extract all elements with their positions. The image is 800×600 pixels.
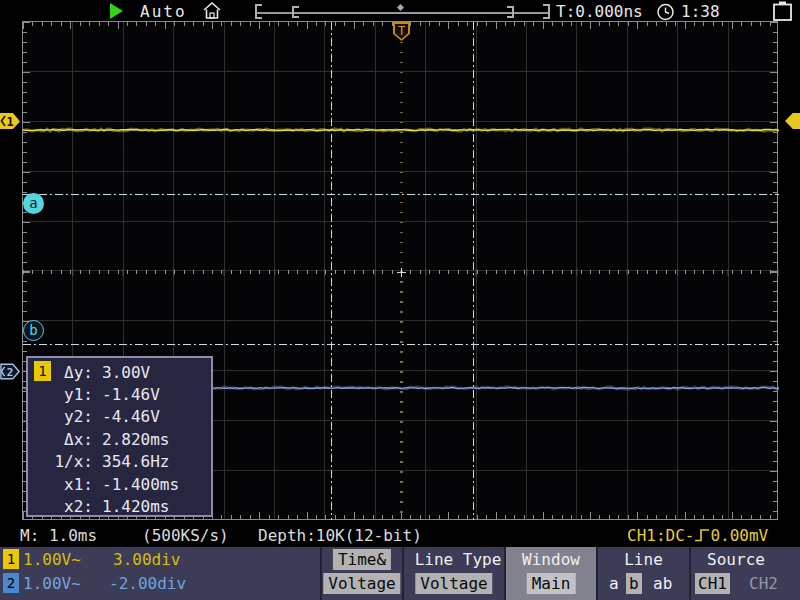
cursor-mode-voltage-button[interactable]: Voltage	[323, 573, 400, 594]
source-option-ch2[interactable]: CH2	[746, 573, 781, 594]
rising-edge-icon	[694, 527, 710, 543]
ch1-badge: 1	[3, 549, 19, 569]
ch2-position: -2.00div	[109, 574, 186, 593]
line-option-ab[interactable]: ab	[650, 573, 675, 594]
timebase-readout: M: 1.0ms	[20, 526, 97, 545]
clock-time: 1:38	[681, 2, 720, 21]
ch1-scale: 1.00V~	[23, 550, 81, 569]
trigger-position-marker[interactable]	[397, 4, 404, 11]
measure-row: x2:1.420ms	[28, 496, 211, 518]
measure-row: 1/x:354.6Hz	[28, 451, 211, 473]
run-state-icon[interactable]	[110, 3, 123, 19]
battery-icon	[772, 1, 794, 21]
ch1-zero-marker[interactable]: 1	[0, 113, 21, 130]
home-icon[interactable]	[202, 1, 222, 20]
menu-line: Line a b ab	[598, 547, 689, 600]
memory-depth-readout: Depth:10K(12-bit)	[258, 526, 422, 545]
source-option-ch1[interactable]: CH1	[695, 573, 730, 594]
line-title: Line	[598, 550, 689, 569]
cursor-mode-time-button[interactable]: Time&	[333, 549, 391, 570]
ch1-position: 3.00div	[113, 550, 180, 569]
trigger-mode-label: Auto	[140, 2, 187, 21]
oscilloscope-screen: Auto T:0.000ns 1:38	[0, 0, 800, 600]
measure-row: x1:-1.400ms	[28, 474, 211, 496]
top-bar: Auto T:0.000ns 1:38	[0, 0, 800, 21]
window-left-bracket	[292, 6, 299, 18]
bottom-menu-bar: 1 1.00V~ 3.00div 2 1.00V~ -2.00div Time&…	[0, 547, 800, 600]
measure-row: Δx:2.820ms	[28, 429, 211, 451]
trigger-level-marker[interactable]	[785, 113, 800, 129]
menu-source: Source CH1 CH2	[691, 547, 800, 600]
svg-text:1: 1	[6, 115, 13, 129]
cursor-measure-panel: 1 Δy:3.00V y1:-1.46V y2:-4.46V Δx:2.820m…	[26, 356, 213, 517]
clock-icon	[656, 2, 675, 21]
line-option-b[interactable]: b	[626, 573, 642, 594]
ch2-scale: 1.00V~	[23, 574, 81, 593]
line-type-value-button[interactable]: Voltage	[415, 573, 492, 594]
ch2-zero-marker[interactable]: 2	[0, 363, 21, 380]
menu-line-type: Line Type Voltage	[404, 547, 504, 600]
sample-rate-readout: (500KS/s)	[142, 526, 229, 545]
cursor-b-badge[interactable]: b	[23, 320, 44, 341]
line-option-a[interactable]: a	[606, 573, 622, 594]
trigger-time-readout: T:0.000ns	[556, 2, 643, 21]
menu-window: Window Main	[506, 547, 596, 600]
source-title: Source	[691, 550, 781, 569]
status-bar: M: 1.0ms (500KS/s) Depth:10K(12-bit) CH1…	[0, 520, 800, 547]
record-bar[interactable]	[257, 12, 548, 14]
measure-row: y1:-1.46V	[28, 384, 211, 406]
ch2-badge: 2	[3, 573, 19, 593]
measure-row: y2:-4.46V	[28, 406, 211, 428]
svg-text:2: 2	[7, 366, 14, 379]
window-right-bracket	[507, 6, 514, 18]
window-main-button[interactable]: Main	[527, 573, 576, 594]
line-type-title: Line Type	[404, 550, 504, 569]
cursor-a-badge[interactable]: a	[23, 193, 44, 214]
trigger-status-readout: CH1:DC-0.00mV	[627, 526, 768, 545]
menu-cursor-mode: Time& Voltage	[322, 547, 402, 600]
measure-row: Δy:3.00V	[28, 362, 211, 384]
window-title: Window	[506, 550, 596, 569]
